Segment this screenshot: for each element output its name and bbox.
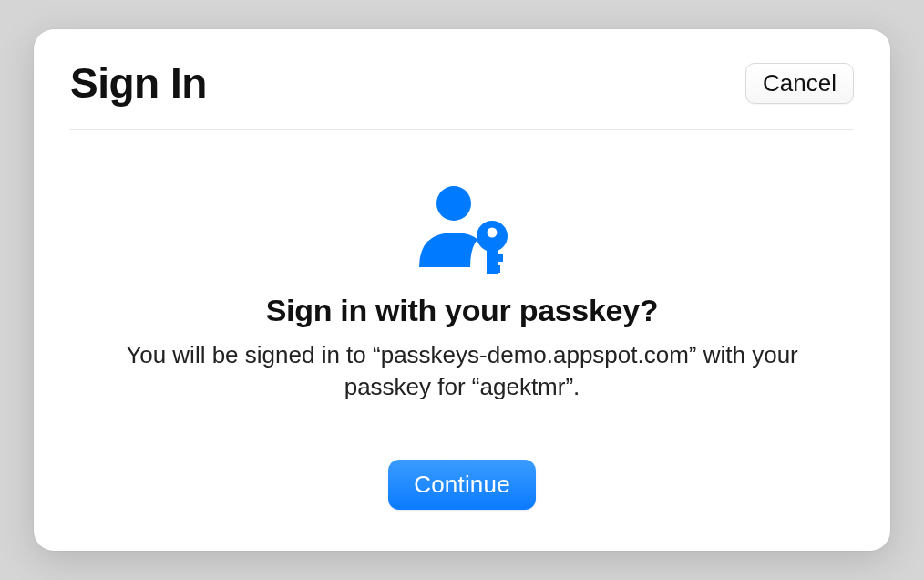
svg-rect-5 bbox=[487, 265, 500, 273]
dialog-heading: Sign in with your passkey? bbox=[266, 293, 659, 328]
dialog-description: You will be signed in to “passkeys-demo.… bbox=[107, 339, 817, 403]
svg-rect-4 bbox=[487, 254, 503, 262]
passkey-user-icon bbox=[412, 183, 512, 276]
svg-point-2 bbox=[488, 228, 498, 238]
dialog-content: Sign in with your passkey? You will be s… bbox=[70, 130, 854, 551]
continue-button[interactable]: Continue bbox=[388, 460, 536, 510]
svg-point-0 bbox=[436, 186, 471, 221]
sign-in-dialog: Sign In Cancel Sign in wit bbox=[34, 29, 890, 551]
dialog-header: Sign In Cancel bbox=[70, 29, 854, 130]
cancel-button[interactable]: Cancel bbox=[745, 63, 854, 104]
page-title: Sign In bbox=[70, 58, 207, 108]
